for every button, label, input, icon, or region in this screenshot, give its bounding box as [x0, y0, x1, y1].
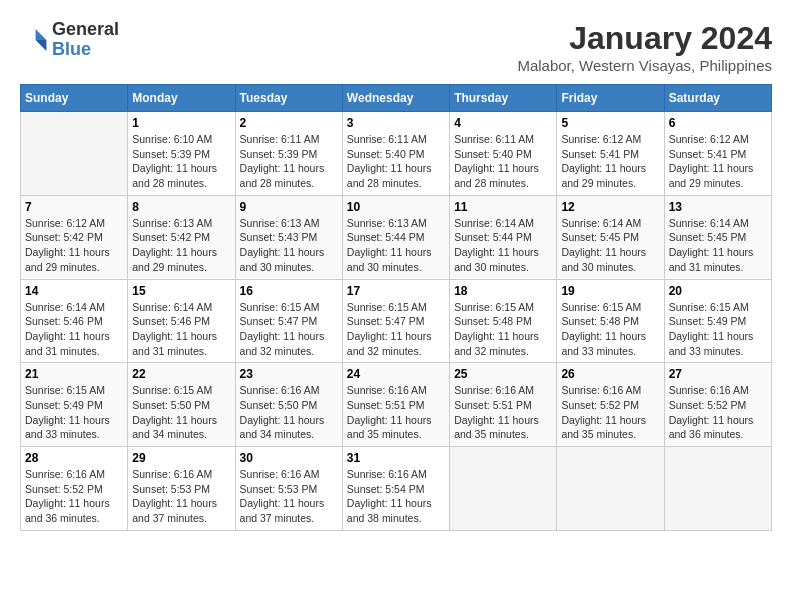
day-number: 6 [669, 116, 767, 130]
table-row: 16 Sunrise: 6:15 AM Sunset: 5:47 PM Dayl… [235, 279, 342, 363]
table-row: 11 Sunrise: 6:14 AM Sunset: 5:44 PM Dayl… [450, 195, 557, 279]
day-info: Sunrise: 6:15 AM Sunset: 5:48 PM Dayligh… [454, 300, 552, 359]
table-row: 29 Sunrise: 6:16 AM Sunset: 5:53 PM Dayl… [128, 447, 235, 531]
table-row: 25 Sunrise: 6:16 AM Sunset: 5:51 PM Dayl… [450, 363, 557, 447]
day-info: Sunrise: 6:15 AM Sunset: 5:48 PM Dayligh… [561, 300, 659, 359]
day-number: 9 [240, 200, 338, 214]
day-number: 12 [561, 200, 659, 214]
day-info: Sunrise: 6:15 AM Sunset: 5:49 PM Dayligh… [25, 383, 123, 442]
col-thursday: Thursday [450, 85, 557, 112]
logo: General Blue [20, 20, 119, 60]
day-number: 5 [561, 116, 659, 130]
day-info: Sunrise: 6:16 AM Sunset: 5:53 PM Dayligh… [132, 467, 230, 526]
col-wednesday: Wednesday [342, 85, 449, 112]
col-monday: Monday [128, 85, 235, 112]
table-row: 2 Sunrise: 6:11 AM Sunset: 5:39 PM Dayli… [235, 112, 342, 196]
svg-marker-2 [23, 29, 35, 40]
day-number: 13 [669, 200, 767, 214]
day-number: 25 [454, 367, 552, 381]
table-row: 10 Sunrise: 6:13 AM Sunset: 5:44 PM Dayl… [342, 195, 449, 279]
day-number: 15 [132, 284, 230, 298]
day-number: 21 [25, 367, 123, 381]
day-number: 28 [25, 451, 123, 465]
day-info: Sunrise: 6:14 AM Sunset: 5:46 PM Dayligh… [132, 300, 230, 359]
logo-general-text: General [52, 20, 119, 40]
day-number: 8 [132, 200, 230, 214]
day-number: 23 [240, 367, 338, 381]
table-row: 9 Sunrise: 6:13 AM Sunset: 5:43 PM Dayli… [235, 195, 342, 279]
day-info: Sunrise: 6:15 AM Sunset: 5:47 PM Dayligh… [347, 300, 445, 359]
day-info: Sunrise: 6:12 AM Sunset: 5:41 PM Dayligh… [561, 132, 659, 191]
day-number: 4 [454, 116, 552, 130]
table-row: 17 Sunrise: 6:15 AM Sunset: 5:47 PM Dayl… [342, 279, 449, 363]
title-block: January 2024 Malabor, Western Visayas, P… [517, 20, 772, 74]
table-row: 28 Sunrise: 6:16 AM Sunset: 5:52 PM Dayl… [21, 447, 128, 531]
day-number: 11 [454, 200, 552, 214]
table-row: 23 Sunrise: 6:16 AM Sunset: 5:50 PM Dayl… [235, 363, 342, 447]
day-info: Sunrise: 6:16 AM Sunset: 5:52 PM Dayligh… [669, 383, 767, 442]
table-row: 24 Sunrise: 6:16 AM Sunset: 5:51 PM Dayl… [342, 363, 449, 447]
day-number: 22 [132, 367, 230, 381]
page-title: January 2024 [517, 20, 772, 57]
calendar-header: Sunday Monday Tuesday Wednesday Thursday… [21, 85, 772, 112]
day-info: Sunrise: 6:16 AM Sunset: 5:51 PM Dayligh… [454, 383, 552, 442]
day-number: 7 [25, 200, 123, 214]
table-row [557, 447, 664, 531]
table-row: 3 Sunrise: 6:11 AM Sunset: 5:40 PM Dayli… [342, 112, 449, 196]
table-row [21, 112, 128, 196]
day-info: Sunrise: 6:15 AM Sunset: 5:47 PM Dayligh… [240, 300, 338, 359]
day-number: 14 [25, 284, 123, 298]
svg-marker-0 [36, 29, 47, 40]
page-subtitle: Malabor, Western Visayas, Philippines [517, 57, 772, 74]
col-friday: Friday [557, 85, 664, 112]
calendar-body: 1 Sunrise: 6:10 AM Sunset: 5:39 PM Dayli… [21, 112, 772, 531]
table-row: 4 Sunrise: 6:11 AM Sunset: 5:40 PM Dayli… [450, 112, 557, 196]
day-number: 3 [347, 116, 445, 130]
day-number: 27 [669, 367, 767, 381]
day-number: 20 [669, 284, 767, 298]
table-row [450, 447, 557, 531]
day-info: Sunrise: 6:12 AM Sunset: 5:41 PM Dayligh… [669, 132, 767, 191]
day-info: Sunrise: 6:11 AM Sunset: 5:40 PM Dayligh… [454, 132, 552, 191]
day-info: Sunrise: 6:16 AM Sunset: 5:50 PM Dayligh… [240, 383, 338, 442]
day-info: Sunrise: 6:13 AM Sunset: 5:42 PM Dayligh… [132, 216, 230, 275]
page-header: General Blue January 2024 Malabor, Weste… [20, 20, 772, 74]
table-row: 19 Sunrise: 6:15 AM Sunset: 5:48 PM Dayl… [557, 279, 664, 363]
col-saturday: Saturday [664, 85, 771, 112]
day-number: 2 [240, 116, 338, 130]
calendar-table: Sunday Monday Tuesday Wednesday Thursday… [20, 84, 772, 531]
day-number: 18 [454, 284, 552, 298]
day-info: Sunrise: 6:16 AM Sunset: 5:54 PM Dayligh… [347, 467, 445, 526]
day-info: Sunrise: 6:11 AM Sunset: 5:39 PM Dayligh… [240, 132, 338, 191]
day-number: 31 [347, 451, 445, 465]
day-info: Sunrise: 6:10 AM Sunset: 5:39 PM Dayligh… [132, 132, 230, 191]
day-number: 30 [240, 451, 338, 465]
svg-marker-1 [36, 40, 47, 51]
table-row: 8 Sunrise: 6:13 AM Sunset: 5:42 PM Dayli… [128, 195, 235, 279]
day-number: 17 [347, 284, 445, 298]
day-number: 19 [561, 284, 659, 298]
table-row: 22 Sunrise: 6:15 AM Sunset: 5:50 PM Dayl… [128, 363, 235, 447]
table-row: 7 Sunrise: 6:12 AM Sunset: 5:42 PM Dayli… [21, 195, 128, 279]
table-row: 6 Sunrise: 6:12 AM Sunset: 5:41 PM Dayli… [664, 112, 771, 196]
day-info: Sunrise: 6:16 AM Sunset: 5:53 PM Dayligh… [240, 467, 338, 526]
table-row: 13 Sunrise: 6:14 AM Sunset: 5:45 PM Dayl… [664, 195, 771, 279]
table-row: 21 Sunrise: 6:15 AM Sunset: 5:49 PM Dayl… [21, 363, 128, 447]
day-info: Sunrise: 6:13 AM Sunset: 5:43 PM Dayligh… [240, 216, 338, 275]
day-info: Sunrise: 6:15 AM Sunset: 5:50 PM Dayligh… [132, 383, 230, 442]
day-number: 29 [132, 451, 230, 465]
table-row: 5 Sunrise: 6:12 AM Sunset: 5:41 PM Dayli… [557, 112, 664, 196]
day-info: Sunrise: 6:15 AM Sunset: 5:49 PM Dayligh… [669, 300, 767, 359]
col-tuesday: Tuesday [235, 85, 342, 112]
day-info: Sunrise: 6:12 AM Sunset: 5:42 PM Dayligh… [25, 216, 123, 275]
day-info: Sunrise: 6:14 AM Sunset: 5:44 PM Dayligh… [454, 216, 552, 275]
table-row: 26 Sunrise: 6:16 AM Sunset: 5:52 PM Dayl… [557, 363, 664, 447]
table-row [664, 447, 771, 531]
table-row: 30 Sunrise: 6:16 AM Sunset: 5:53 PM Dayl… [235, 447, 342, 531]
day-info: Sunrise: 6:13 AM Sunset: 5:44 PM Dayligh… [347, 216, 445, 275]
table-row: 15 Sunrise: 6:14 AM Sunset: 5:46 PM Dayl… [128, 279, 235, 363]
table-row: 14 Sunrise: 6:14 AM Sunset: 5:46 PM Dayl… [21, 279, 128, 363]
day-number: 26 [561, 367, 659, 381]
day-info: Sunrise: 6:16 AM Sunset: 5:51 PM Dayligh… [347, 383, 445, 442]
table-row: 18 Sunrise: 6:15 AM Sunset: 5:48 PM Dayl… [450, 279, 557, 363]
